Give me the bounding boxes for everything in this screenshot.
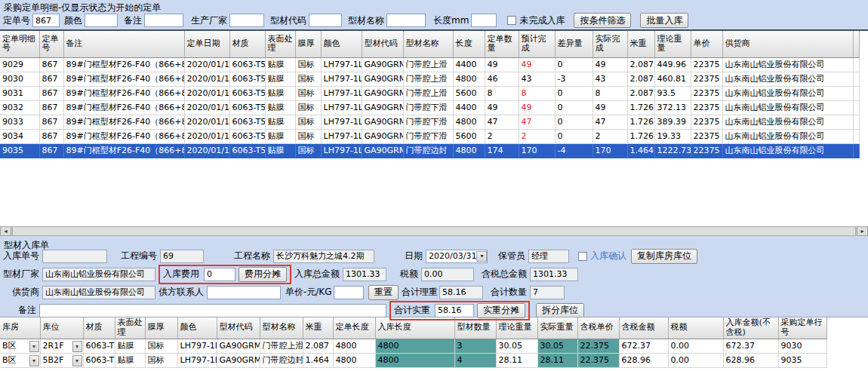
cell[interactable]: 国标 bbox=[295, 143, 321, 158]
total-actual-weight-field[interactable] bbox=[435, 304, 474, 317]
dropdown-arrow-icon[interactable]: ▾ bbox=[29, 355, 39, 366]
cell[interactable]: LH797-1LL0 bbox=[177, 339, 217, 353]
cell[interactable]: 372.13 bbox=[654, 100, 691, 115]
cell[interactable]: 4 bbox=[454, 353, 496, 367]
cell[interactable]: 9030 bbox=[0, 72, 39, 86]
cell[interactable]: 93.5 bbox=[654, 86, 691, 100]
cell[interactable]: 3 bbox=[454, 339, 496, 353]
cell[interactable]: 22375 bbox=[691, 143, 722, 158]
column-header[interactable]: 米重 bbox=[303, 317, 333, 339]
cell[interactable] bbox=[853, 129, 859, 143]
cell[interactable]: 8 bbox=[519, 86, 555, 100]
cell[interactable]: 89#门框型材F26-F40（866+867） bbox=[63, 72, 184, 86]
cell[interactable]: 2020/01/13 bbox=[184, 100, 229, 115]
cell[interactable] bbox=[853, 100, 859, 115]
column-header[interactable]: 型材名称 bbox=[260, 317, 303, 339]
cell[interactable]: 门带腔边封 bbox=[403, 143, 453, 158]
cell[interactable]: 9030 bbox=[778, 339, 826, 353]
cell[interactable]: B区▾ bbox=[0, 339, 40, 353]
column-header[interactable]: 备注 bbox=[63, 31, 184, 57]
cell[interactable]: LH797-1LL0 bbox=[321, 143, 362, 158]
checkbox-icon[interactable] bbox=[578, 252, 587, 261]
profile-code-filter-input[interactable] bbox=[309, 14, 342, 27]
cell[interactable]: 0 bbox=[555, 115, 593, 129]
column-header[interactable]: 库房 bbox=[0, 317, 40, 339]
cell[interactable]: 0 bbox=[555, 57, 593, 72]
cell[interactable]: 国标 bbox=[295, 57, 321, 72]
cell[interactable]: 49 bbox=[485, 100, 519, 115]
cell[interactable]: 6063-T5 bbox=[229, 72, 265, 86]
cell[interactable]: 0.00 bbox=[668, 353, 723, 367]
cell[interactable]: 国标 bbox=[295, 72, 321, 86]
cell[interactable]: 22375 bbox=[691, 86, 722, 100]
column-header[interactable]: 定单数量 bbox=[485, 31, 519, 57]
cell[interactable]: GA90GRM03 bbox=[362, 57, 403, 72]
cell[interactable]: 22375 bbox=[691, 57, 722, 72]
cell[interactable]: 4400 bbox=[453, 100, 485, 115]
weight-share-button[interactable]: 实重分摊 bbox=[477, 303, 525, 318]
color-filter-input[interactable] bbox=[85, 14, 118, 27]
cell[interactable]: 贴膜 bbox=[265, 57, 295, 72]
scroll-left-icon[interactable]: ◂ bbox=[0, 226, 11, 236]
length-filter-input[interactable] bbox=[471, 14, 497, 27]
cell[interactable]: 867 bbox=[39, 100, 63, 115]
cell[interactable]: 6063-T5 bbox=[229, 100, 265, 115]
cell[interactable]: 170 bbox=[593, 143, 627, 158]
cell[interactable]: 1.726 bbox=[627, 129, 654, 143]
cell[interactable]: GA90GRM04 bbox=[362, 129, 403, 143]
tax-field[interactable] bbox=[421, 268, 474, 281]
cell[interactable]: 4800 bbox=[453, 143, 485, 158]
column-header[interactable]: 理论重量 bbox=[654, 31, 691, 57]
cell[interactable]: 672.37 bbox=[619, 339, 668, 353]
scrollbar-thumb[interactable] bbox=[12, 226, 856, 236]
profile-name-filter-input[interactable] bbox=[386, 14, 426, 27]
column-header[interactable]: 定单日期 bbox=[184, 31, 229, 57]
cell[interactable]: 28.11 bbox=[537, 353, 577, 367]
cell[interactable]: 867 bbox=[39, 143, 63, 158]
cell[interactable]: 9029 bbox=[0, 57, 39, 72]
cell[interactable]: 0 bbox=[555, 100, 593, 115]
cell[interactable]: 国标 bbox=[295, 86, 321, 100]
cell[interactable]: 6063-T5 bbox=[229, 115, 265, 129]
cell[interactable]: 867 bbox=[39, 86, 63, 100]
cell[interactable]: 30.05 bbox=[496, 339, 537, 353]
cell[interactable]: 22.375 bbox=[577, 339, 619, 353]
cell[interactable] bbox=[853, 57, 859, 72]
cell[interactable]: 1222.73 bbox=[654, 143, 691, 158]
cell[interactable]: 47 bbox=[519, 115, 555, 129]
cell[interactable]: 国标 bbox=[295, 115, 321, 129]
column-header[interactable]: 单价 bbox=[691, 31, 722, 57]
column-header[interactable]: 颜色 bbox=[321, 31, 362, 57]
table-row[interactable]: 903286789#门框型材F26-F40（866+867）2020/01/13… bbox=[0, 100, 859, 115]
cell[interactable]: 22375 bbox=[691, 115, 722, 129]
reset-button[interactable]: 重置 bbox=[368, 285, 399, 300]
column-header[interactable]: 膜厚 bbox=[145, 317, 177, 339]
cell[interactable]: GA90GRM03 bbox=[362, 72, 403, 86]
cell[interactable]: 89#门框型材F26-F40（866+867） bbox=[63, 115, 184, 129]
cell[interactable]: 4800 bbox=[333, 353, 375, 367]
filter-by-condition-button[interactable]: 按条件筛选 bbox=[574, 13, 631, 28]
dropdown-arrow-icon[interactable]: ▾ bbox=[72, 341, 82, 352]
cell[interactable]: 1.726 bbox=[627, 115, 654, 129]
total-with-tax-field[interactable] bbox=[530, 268, 578, 281]
column-header[interactable]: 型材代码 bbox=[217, 317, 260, 339]
cell[interactable]: 2 bbox=[519, 129, 555, 143]
table-row[interactable]: 903186789#门框型材F26-F40（866+867）2020/01/13… bbox=[0, 86, 859, 100]
cell[interactable]: 49 bbox=[593, 100, 627, 115]
dropdown-arrow-icon[interactable]: ▾ bbox=[72, 355, 82, 366]
cell[interactable]: 867 bbox=[39, 57, 63, 72]
column-header[interactable]: 定单明细号 bbox=[0, 31, 39, 57]
cell[interactable] bbox=[853, 72, 859, 86]
cell[interactable]: 门带腔下滑 bbox=[403, 129, 453, 143]
column-header[interactable]: 膜厚 bbox=[295, 31, 321, 57]
column-header[interactable]: 实际完成 bbox=[593, 31, 627, 57]
cell[interactable]: 2R1F▾ bbox=[40, 339, 83, 353]
cell[interactable]: 22375 bbox=[691, 100, 722, 115]
cell[interactable]: 门带腔边封 bbox=[260, 353, 303, 367]
cell[interactable]: LH797-1LL0 bbox=[321, 57, 362, 72]
cell[interactable]: 国标 bbox=[295, 100, 321, 115]
cell[interactable]: GA90GRM04 bbox=[362, 100, 403, 115]
cell[interactable]: 6063-T5 bbox=[229, 143, 265, 158]
cell[interactable]: 贴膜 bbox=[265, 129, 295, 143]
cell[interactable]: LH797-1LL0 bbox=[321, 100, 362, 115]
